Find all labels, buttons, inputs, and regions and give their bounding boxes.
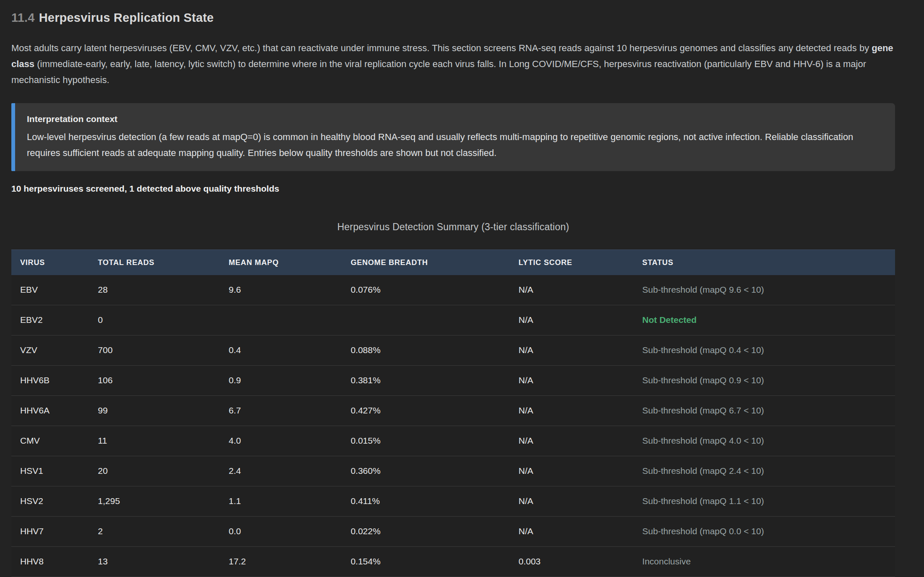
callout-body: Low-level herpesvirus detection (a few r…	[27, 129, 882, 161]
cell-status: Sub-threshold (mapQ 1.1 < 10)	[634, 486, 895, 517]
cell-status: Sub-threshold (mapQ 0.0 < 10)	[634, 517, 895, 547]
cell-genome-breadth: 0.154%	[342, 547, 510, 577]
table-row-hhv7: HHV720.00.022%N/ASub-threshold (mapQ 0.0…	[11, 517, 895, 547]
cell-total-reads: 106	[89, 366, 220, 396]
cell-lytic-score: N/A	[510, 305, 634, 335]
cell-lytic-score: N/A	[510, 486, 634, 517]
cell-virus: EBV2	[11, 305, 89, 335]
cell-virus: EBV	[11, 275, 89, 305]
cell-virus: CMV	[11, 426, 89, 456]
column-header-virus: VIRUS	[11, 250, 89, 276]
herpesvirus-detection-table: VIRUSTOTAL READSMEAN MAPQGENOME BREADTHL…	[11, 250, 895, 577]
table-row-hhv6b: HHV6B1060.90.381%N/ASub-threshold (mapQ …	[11, 366, 895, 396]
cell-mean-mapq: 4.0	[220, 426, 342, 456]
cell-lytic-score: N/A	[510, 517, 634, 547]
table-row-hhv6a: HHV6A996.70.427%N/ASub-threshold (mapQ 6…	[11, 396, 895, 426]
cell-lytic-score: N/A	[510, 275, 634, 305]
cell-virus: HSV2	[11, 486, 89, 517]
cell-status: Sub-threshold (mapQ 6.7 < 10)	[634, 396, 895, 426]
cell-virus: VZV	[11, 335, 89, 366]
cell-genome-breadth: 0.381%	[342, 366, 510, 396]
cell-genome-breadth: 0.360%	[342, 456, 510, 486]
column-header-lytic-score: LYTIC SCORE	[510, 250, 634, 276]
cell-total-reads: 20	[89, 456, 220, 486]
cell-virus: HSV1	[11, 456, 89, 486]
table-row-hsv2: HSV21,2951.10.411%N/ASub-threshold (mapQ…	[11, 486, 895, 517]
screening-summary: 10 herpesviruses screened, 1 detected ab…	[11, 184, 895, 194]
cell-status: Not Detected	[634, 305, 895, 335]
intro-paragraph: Most adults carry latent herpesviruses (…	[11, 40, 895, 88]
cell-genome-breadth: 0.015%	[342, 426, 510, 456]
column-header-genome-breadth: GENOME BREADTH	[342, 250, 510, 276]
cell-genome-breadth: 0.088%	[342, 335, 510, 366]
cell-mean-mapq: 9.6	[220, 275, 342, 305]
cell-genome-breadth	[342, 305, 510, 335]
cell-status: Sub-threshold (mapQ 0.9 < 10)	[634, 366, 895, 396]
cell-lytic-score: N/A	[510, 426, 634, 456]
table-row-hsv1: HSV1202.40.360%N/ASub-threshold (mapQ 2.…	[11, 456, 895, 486]
cell-mean-mapq: 6.7	[220, 396, 342, 426]
interpretation-context-callout: Interpretation context Low-level herpesv…	[11, 103, 895, 171]
intro-text-2: (immediate-early, early, late, latency, …	[11, 59, 866, 85]
cell-genome-breadth: 0.022%	[342, 517, 510, 547]
table-title: Herpesvirus Detection Summary (3-tier cl…	[11, 221, 895, 233]
cell-mean-mapq	[220, 305, 342, 335]
cell-mean-mapq: 2.4	[220, 456, 342, 486]
section-heading: 11.4Herpesvirus Replication State	[11, 10, 895, 25]
cell-mean-mapq: 1.1	[220, 486, 342, 517]
cell-total-reads: 1,295	[89, 486, 220, 517]
cell-virus: HHV6A	[11, 396, 89, 426]
column-header-total-reads: TOTAL READS	[89, 250, 220, 276]
section-number: 11.4	[11, 11, 35, 24]
table-row-hhv8: HHV81317.20.154%0.003Inconclusive	[11, 547, 895, 577]
cell-status: Sub-threshold (mapQ 4.0 < 10)	[634, 426, 895, 456]
cell-total-reads: 99	[89, 396, 220, 426]
table-row-ebv: EBV289.60.076%N/ASub-threshold (mapQ 9.6…	[11, 275, 895, 305]
cell-virus: HHV7	[11, 517, 89, 547]
cell-status: Sub-threshold (mapQ 9.6 < 10)	[634, 275, 895, 305]
cell-total-reads: 28	[89, 275, 220, 305]
cell-status: Sub-threshold (mapQ 2.4 < 10)	[634, 456, 895, 486]
cell-lytic-score: 0.003	[510, 547, 634, 577]
cell-total-reads: 700	[89, 335, 220, 366]
cell-virus: HHV8	[11, 547, 89, 577]
cell-total-reads: 0	[89, 305, 220, 335]
cell-total-reads: 11	[89, 426, 220, 456]
cell-mean-mapq: 0.4	[220, 335, 342, 366]
column-header-mean-mapq: MEAN MAPQ	[220, 250, 342, 276]
cell-genome-breadth: 0.076%	[342, 275, 510, 305]
cell-lytic-score: N/A	[510, 396, 634, 426]
column-header-status: STATUS	[634, 250, 895, 276]
report-section: 11.4Herpesvirus Replication State Most a…	[11, 10, 895, 577]
cell-mean-mapq: 17.2	[220, 547, 342, 577]
cell-status: Sub-threshold (mapQ 0.4 < 10)	[634, 335, 895, 366]
intro-text-1: Most adults carry latent herpesviruses (…	[11, 43, 872, 53]
cell-lytic-score: N/A	[510, 335, 634, 366]
cell-genome-breadth: 0.427%	[342, 396, 510, 426]
cell-lytic-score: N/A	[510, 366, 634, 396]
table-row-cmv: CMV114.00.015%N/ASub-threshold (mapQ 4.0…	[11, 426, 895, 456]
cell-mean-mapq: 0.0	[220, 517, 342, 547]
cell-virus: HHV6B	[11, 366, 89, 396]
table-row-vzv: VZV7000.40.088%N/ASub-threshold (mapQ 0.…	[11, 335, 895, 366]
cell-mean-mapq: 0.9	[220, 366, 342, 396]
cell-status: Inconclusive	[634, 547, 895, 577]
cell-total-reads: 13	[89, 547, 220, 577]
cell-total-reads: 2	[89, 517, 220, 547]
table-header-row: VIRUSTOTAL READSMEAN MAPQGENOME BREADTHL…	[11, 250, 895, 276]
cell-lytic-score: N/A	[510, 456, 634, 486]
section-title: Herpesvirus Replication State	[39, 11, 214, 24]
table-row-ebv2: EBV20N/ANot Detected	[11, 305, 895, 335]
callout-title: Interpretation context	[27, 114, 882, 124]
cell-genome-breadth: 0.411%	[342, 486, 510, 517]
